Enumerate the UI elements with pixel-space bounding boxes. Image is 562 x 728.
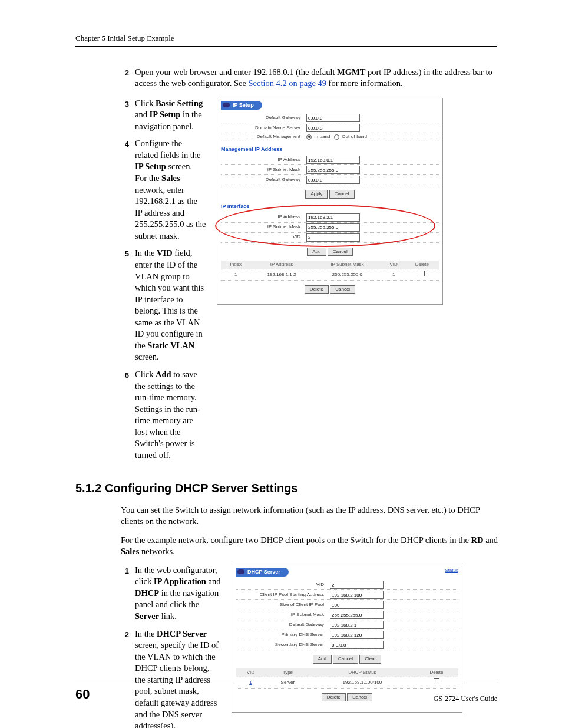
bold-text: DHCP (135, 588, 159, 598)
cancel-button[interactable]: Cancel (328, 248, 353, 256)
col-vid: VID (236, 668, 266, 677)
paragraph: For the example network, configure two D… (121, 535, 500, 558)
label-mask: IP Subnet Mask (221, 224, 306, 230)
text: Configure the related fields in the (135, 139, 201, 160)
label-secondary-dns: Secondary DNS Server (236, 642, 330, 648)
guide-name: GS-2724 User's Guide (434, 694, 497, 703)
ip-setup-screenshot: IP Setup Default Gateway Domain Name Ser… (217, 98, 443, 305)
label-vid: VID (221, 234, 306, 240)
dhcp-gw-input[interactable] (330, 621, 384, 629)
iface-mask-input[interactable] (306, 223, 360, 232)
section-link[interactable]: Section 4.2 on page 49 (248, 78, 326, 88)
label-dns: Domain Name Server (221, 125, 306, 131)
ip-setup-tab[interactable]: IP Setup (221, 101, 262, 110)
step-number: 6 (121, 369, 129, 462)
bold-text: DHCP Server (157, 629, 207, 638)
iface-ip-input[interactable] (306, 213, 360, 222)
text: and (206, 577, 221, 586)
apply-button[interactable]: Apply (305, 190, 328, 198)
ip-interface-table: Index IP Address IP Subnet Mask VID Dele… (221, 261, 439, 281)
delete-button[interactable]: Delete (305, 285, 329, 294)
label-mask: IP Subnet Mask (221, 167, 306, 173)
inband-radio[interactable] (306, 134, 312, 140)
mgmt-ip-input[interactable] (306, 156, 360, 164)
step-2-text: Open your web browser and enter 192.168.… (135, 67, 500, 90)
label-default-gateway: Default Gateway (221, 177, 306, 183)
bold-text: VID (157, 248, 173, 258)
bold-text: MGMT (337, 67, 365, 77)
dhcp-mask-input[interactable] (330, 611, 384, 619)
dhcp-size-input[interactable] (330, 601, 384, 609)
clear-button[interactable]: Clear (359, 655, 381, 663)
add-button[interactable]: Add (307, 248, 326, 256)
label-start-addr: Client IP Pool Starting Address (236, 592, 330, 598)
col-ip: IP Address (251, 261, 313, 269)
default-gateway-input[interactable] (306, 114, 360, 122)
step-5-text: In the VID field, enter the ID of the VL… (135, 248, 206, 363)
dns-input[interactable] (306, 124, 360, 132)
cell-mask: 255.255.255.0 (312, 269, 382, 280)
step-4-text: Configure the related fields in the IP S… (135, 138, 206, 242)
dhcp-pdns-input[interactable] (330, 631, 384, 639)
label-ip: IP Address (221, 214, 306, 220)
text: screen. (135, 352, 159, 361)
text: for more information. (326, 78, 403, 88)
mgmt-mask-input[interactable] (306, 166, 360, 174)
inband-label: In-band (314, 134, 330, 139)
text: Click (135, 98, 156, 108)
cancel-button[interactable]: Cancel (333, 655, 358, 663)
label-vid: VID (236, 582, 330, 588)
iface-vid-input[interactable] (306, 233, 360, 242)
mgmt-ip-section-label: Management IP Address (221, 146, 439, 153)
section-heading: 5.1.2 Configuring DHCP Server Settings (75, 480, 500, 496)
mgmt-gw-input[interactable] (306, 176, 360, 184)
outofband-radio[interactable] (334, 134, 339, 140)
text: and (135, 110, 150, 119)
text: to save the settings to the run-time mem… (135, 370, 200, 460)
bold-text: Sales (121, 546, 139, 556)
status-link[interactable]: Status (445, 568, 458, 574)
text: and (484, 535, 498, 545)
step-number: 2 (121, 67, 129, 90)
cell-ip: 192.168.1.1 2 (251, 269, 313, 280)
dhcp-step-2-text: In the DHCP Server screen, specify the I… (135, 628, 221, 728)
bold-text: Add (156, 370, 171, 379)
delete-checkbox[interactable] (419, 271, 425, 276)
step-6-text: Click Add to save the settings to the ru… (135, 369, 206, 462)
text: Open your web browser and enter 192.168.… (135, 67, 337, 77)
outofband-label: Out-of-band (342, 134, 367, 139)
paragraph: You can set the Switch to assign network… (121, 505, 500, 528)
add-button[interactable]: Add (313, 655, 332, 663)
step-number: 3 (121, 98, 129, 133)
dhcp-sdns-input[interactable] (330, 641, 384, 649)
dhcp-step-1-text: In the web configurator, click IP Applic… (135, 565, 221, 622)
cancel-button[interactable]: Cancel (329, 190, 355, 198)
col-delete: Delete (405, 261, 439, 269)
bold-text: Server (135, 611, 159, 621)
dhcp-server-tab[interactable]: DHCP Server (236, 568, 289, 577)
cancel-button[interactable]: Cancel (330, 285, 355, 294)
bold-text: IP Setup (135, 162, 166, 171)
step-number: 1 (121, 565, 129, 622)
label-primary-dns: Primary DNS Server (236, 632, 330, 638)
bold-text: IP Application (154, 577, 206, 586)
bold-text: RD (471, 535, 484, 545)
col-delete: Delete (415, 668, 458, 677)
bold-text: Sales (161, 173, 180, 183)
label-pool-size: Size of Client IP Pool (236, 602, 330, 608)
dhcp-start-input[interactable] (330, 591, 384, 599)
text: screen. (166, 162, 192, 171)
text: link. (159, 611, 177, 621)
text: In the (135, 248, 157, 258)
table-row: 1 192.168.1.1 2 255.255.255.0 1 (221, 269, 439, 280)
text: For the (135, 173, 161, 183)
label-default-gateway: Default Gateway (221, 115, 306, 121)
dhcp-vid-input[interactable] (330, 581, 384, 589)
step-number: 4 (121, 138, 129, 242)
col-type: Type (266, 668, 310, 677)
step-3-text: Click Basic Setting and IP Setup in the … (135, 98, 206, 133)
text: For the example network, configure two D… (121, 535, 471, 545)
text: network, enter 192.168.2.1 as the IP add… (135, 185, 206, 241)
ip-interface-section-label: IP Interface (221, 203, 439, 210)
chapter-header: Chapter 5 Initial Setup Example (75, 33, 497, 47)
